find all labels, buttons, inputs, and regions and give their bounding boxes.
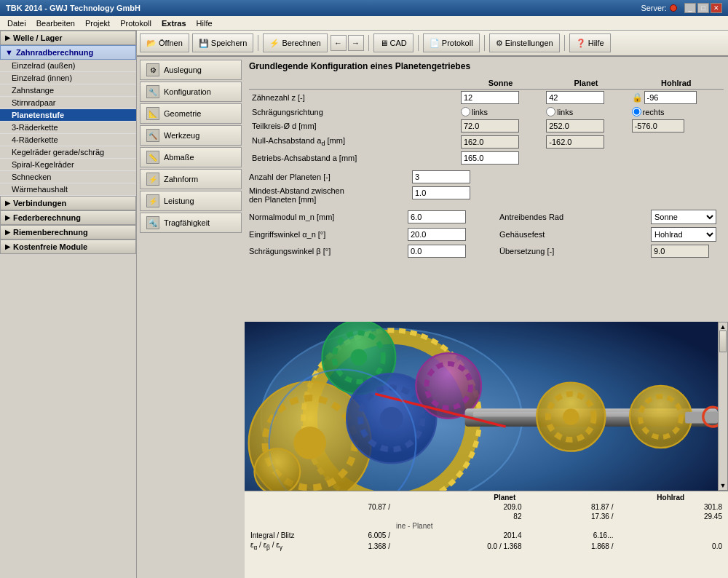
sidebar-group-feder-label: Federberechnung — [13, 213, 81, 222]
menu-projekt[interactable]: Projekt — [81, 17, 114, 29]
config-btn-abmasse[interactable]: 📏 Abmaße — [140, 147, 242, 167]
scroll-up-btn[interactable]: ▲ — [720, 323, 727, 330]
label-min-dist: Mindest-Abstand zwischen den Planeten [m… — [249, 186, 409, 204]
svg-point-15 — [380, 407, 403, 429]
config-btn-geometrie[interactable]: 📐 Geometrie — [140, 103, 242, 124]
form-title: Grundlegende Konfiguration eines Planete… — [249, 61, 724, 71]
select-gehausefest[interactable]: Hohlrad — [651, 227, 716, 242]
menu-protokoll[interactable]: Protokoll — [116, 17, 156, 29]
save-icon: 💾 — [199, 39, 209, 48]
calculate-button[interactable]: ⚡ Berechnen — [263, 33, 327, 52]
menu-datei[interactable]: Datei — [3, 17, 31, 29]
config-btn-konfiguration[interactable]: 🔧 Konfiguration — [140, 82, 242, 102]
result-row-2: 82 17.36 / 29.45 — [248, 512, 725, 521]
menu-extras[interactable]: Extras — [157, 17, 191, 29]
label-planet-count: Anzahl der Planeten [-] — [249, 170, 409, 183]
sidebar-group-verbindungen[interactable]: ▶ Verbindungen — [0, 196, 136, 210]
menu-hilfe[interactable]: Hilfe — [192, 17, 217, 29]
vertical-scrollbar[interactable]: ▲ ▼ — [718, 322, 728, 491]
col-header-hohlrad: Hohlrad — [629, 77, 724, 90]
input-ubersetzung[interactable] — [651, 245, 709, 258]
sidebar-group-welle-label: Welle / Lager — [13, 33, 63, 42]
input-betriebsachsabstand[interactable] — [461, 151, 519, 165]
maximize-button[interactable]: □ — [697, 3, 709, 13]
sidebar-item-kegelrader[interactable]: Kegelräder gerade/schräg — [0, 146, 136, 159]
input-zahnezahl-hohlrad[interactable] — [644, 91, 697, 104]
sidebar-group-zahnrad[interactable]: ▼ Zahnradberechnung — [0, 45, 136, 60]
config-panel: ⚙ Auslegung 🔧 Konfiguration 📐 Geometrie … — [137, 57, 728, 578]
sidebar-item-stirnradpaar[interactable]: Stirnradpaar — [0, 97, 136, 109]
nav-buttons: ← → — [331, 35, 364, 51]
input-normalmodul[interactable] — [408, 210, 466, 223]
undo-button[interactable]: ← — [331, 35, 347, 51]
lock-icon: 🔒 — [632, 92, 643, 103]
redo-button[interactable]: → — [348, 35, 364, 51]
radio-sr-planet-links[interactable] — [546, 107, 555, 116]
config-btn-leistung[interactable]: ⚡ Leistung — [140, 191, 242, 211]
input-schragungswinkel[interactable] — [408, 245, 466, 258]
sidebar-item-schnecken[interactable]: Schnecken — [0, 171, 136, 183]
vis-results-area: ▲ ▼ Planet — [245, 322, 728, 578]
config-btn-werkzeug[interactable]: 🔨 Werkzeug — [140, 125, 242, 146]
sidebar-group-kostenfreie[interactable]: ▶ Kostenfreie Module — [0, 239, 136, 254]
settings-button[interactable]: ⚙ Einstellungen — [489, 33, 560, 52]
label-normalmodul: Normalmodul m_n [mm] — [249, 213, 402, 221]
input-zahnezahl-planet[interactable] — [546, 91, 604, 104]
sidebar-group-riemen[interactable]: ▶ Riemenberechnung — [0, 225, 136, 239]
input-zahnezahl-sonne[interactable] — [461, 91, 519, 104]
help-button[interactable]: ❓ Hilfe — [569, 33, 611, 52]
input-teilkreis-planet[interactable] — [546, 119, 604, 132]
sidebar-group-welle[interactable]: ▶ Welle / Lager — [0, 31, 136, 45]
sidebar-item-einzelrad-aussen[interactable]: Einzelrad (außen) — [0, 60, 136, 72]
scroll-thumb[interactable] — [719, 330, 727, 352]
svg-rect-30 — [685, 412, 718, 424]
row-teilkreis: Teilkreis-Ø d [mm] — [249, 118, 724, 134]
close-button[interactable]: ✕ — [711, 3, 722, 13]
visualization — [245, 322, 718, 491]
radio-sr-hohlrad-rechts[interactable] — [632, 107, 641, 116]
sidebar-item-spiral-kegelrader[interactable]: Spiral-Kegelräder — [0, 159, 136, 171]
auslegung-icon: ⚙ — [146, 63, 159, 76]
minimize-button[interactable]: _ — [684, 3, 696, 13]
expand-arrow-verbindungen: ▶ — [5, 199, 10, 207]
save-button[interactable]: 💾 Speichern — [192, 33, 254, 52]
label-ubersetzung: Übersetzung [-] — [499, 247, 645, 256]
cad-button[interactable]: 🖥 CAD — [373, 33, 414, 52]
menu-bearbeiten[interactable]: Bearbeiten — [32, 17, 79, 29]
label-teilkreis: Teilkreis-Ø d [mm] — [249, 118, 458, 134]
sidebar-item-zahnstange[interactable]: Zahnstange — [0, 84, 136, 97]
input-planet-count[interactable] — [412, 170, 470, 183]
input-min-dist[interactable] — [412, 186, 470, 199]
input-teilkreis-hohlrad[interactable] — [632, 119, 684, 132]
scroll-down-btn[interactable]: ▼ — [720, 482, 727, 489]
select-antreibendes-rad[interactable]: Sonne — [651, 210, 716, 224]
lower-params: Normalmodul m_n [mm] Antreibendes Rad So… — [249, 210, 724, 258]
toolbar-sep-5 — [564, 35, 565, 51]
result-row-1: 70.87 / 209.0 81.87 / 301.8 — [248, 502, 725, 512]
gear-visualization — [245, 322, 718, 491]
sidebar-item-4raderkette[interactable]: 4-Räderkette — [0, 134, 136, 146]
svg-point-24 — [563, 408, 579, 424]
sidebar-item-planetenstufe[interactable]: Planetenstufe — [0, 109, 136, 122]
toolbar-sep-4 — [484, 35, 485, 51]
toolbar-sep-2 — [368, 35, 369, 51]
input-nullachsabstand-sonne[interactable] — [461, 135, 519, 149]
input-teilkreis-sonne[interactable] — [461, 119, 519, 132]
sidebar-item-3raderkette[interactable]: 3-Räderkette — [0, 122, 136, 134]
config-btn-tragfahigkeit[interactable]: 🔩 Tragfähigkeit — [140, 213, 242, 233]
config-btn-auslegung[interactable]: ⚙ Auslegung — [140, 60, 242, 80]
sidebar-item-warmehaushalt[interactable]: Wärmehaushalt — [0, 183, 136, 196]
protocol-icon: 📄 — [430, 39, 440, 48]
input-nullachsabstand-planet[interactable] — [546, 135, 604, 149]
config-btn-zahnform[interactable]: ⚡ Zahnform — [140, 169, 242, 189]
sidebar-item-einzelrad-innen[interactable]: Einzelrad (innen) — [0, 72, 136, 84]
open-button[interactable]: 📂 Öffnen — [140, 33, 189, 52]
zahnform-icon: ⚡ — [146, 173, 159, 186]
sidebar-group-federberechnung[interactable]: ▶ Federberechnung — [0, 210, 136, 225]
protocol-button[interactable]: 📄 Protokoll — [423, 33, 480, 52]
input-eingriffswinkel[interactable] — [408, 228, 466, 241]
cad-icon: 🖥 — [380, 39, 388, 47]
konfiguration-icon: 🔧 — [146, 85, 159, 98]
radio-sr-sonne-links[interactable] — [461, 107, 470, 116]
radio-label-sonne-links: links — [472, 108, 488, 116]
